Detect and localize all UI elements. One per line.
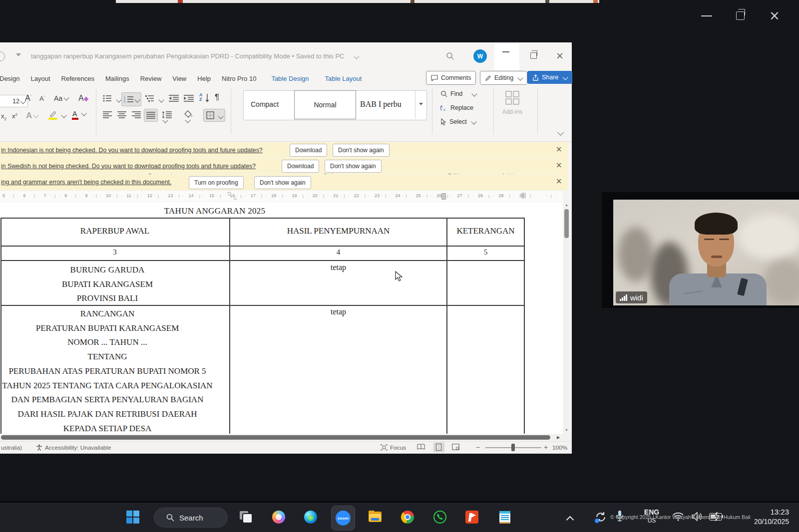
tab-review[interactable]: Review [135,75,167,82]
scroll-down-icon[interactable]: ▼ [565,428,568,432]
horizontal-scrollbar-thumb[interactable] [1,435,550,440]
replace-button[interactable]: bc Replace [440,104,473,111]
whatsapp-icon[interactable] [433,510,447,524]
addins-button[interactable]: Add-ins [498,90,526,115]
qat-dropdown-icon[interactable] [16,53,21,56]
download-button[interactable]: Download [290,144,327,157]
tab-view[interactable]: View [167,75,192,82]
clear-formatting-button[interactable]: A [78,94,88,103]
zoom-percentage[interactable]: 100% [552,444,567,451]
first-line-indent-marker[interactable]: ▽ [227,191,231,197]
close-icon[interactable]: × [556,161,562,170]
outer-minimize-button[interactable] [701,15,712,16]
multilevel-list-button[interactable] [145,94,154,102]
shrink-font-button[interactable]: Aˇ [39,95,45,102]
start-button[interactable] [126,510,140,524]
zoom-slider-thumb[interactable] [511,444,515,451]
vertical-scrollbar-thumb[interactable] [564,209,569,238]
nitro-icon[interactable] [465,510,479,524]
tab-mailings[interactable]: Mailings [100,75,135,82]
line-spacing-button[interactable] [162,111,172,127]
close-icon[interactable]: × [556,145,562,154]
tab-design[interactable]: Design [0,75,25,82]
table-column-marker[interactable] [522,193,526,199]
search-icon[interactable] [446,52,454,60]
editing-mode-button[interactable]: Editing [480,71,527,85]
notification-message[interactable]: ing and grammar errors aren't being chec… [1,179,184,186]
change-case-button[interactable]: Aa [54,94,68,102]
chrome-icon[interactable] [400,510,414,524]
text-effects-button[interactable]: A [26,111,38,121]
align-right-button[interactable] [132,111,141,118]
sort-button[interactable]: AZ [199,93,203,102]
download-button[interactable]: Download [282,160,319,173]
tab-table-layout[interactable]: Table Layout [320,75,368,82]
style-compact[interactable]: Compact [251,100,279,108]
comments-button[interactable]: Comments [426,71,476,85]
chevron-down-icon[interactable] [158,97,164,102]
zoom-in-button[interactable]: + [544,443,548,451]
superscript-button[interactable]: x2 [12,112,17,120]
file-explorer-icon[interactable] [368,510,382,524]
edge-icon[interactable] [304,510,318,524]
shading-button[interactable] [184,110,193,128]
scroll-right-icon[interactable]: ▶ [557,435,560,440]
tab-nitro-pro[interactable]: Nitro Pro 10 [216,75,262,82]
font-color-button[interactable]: A [72,110,86,118]
horizontal-scrollbar[interactable]: ▶ [0,434,572,441]
vertical-scrollbar[interactable]: ▲ ▼ [563,202,570,434]
notification-message[interactable]: in Swedish is not being checked. Do you … [1,163,275,170]
subscript-button[interactable]: x2 [1,112,6,121]
word-restore-button[interactable] [530,52,537,59]
dont-show-again-button[interactable]: Don't show again [254,176,311,189]
turn-on-proofing-button[interactable]: Turn on proofing [189,176,244,189]
word-minimize-button[interactable] [502,51,509,52]
bullets-button[interactable] [103,94,112,102]
tab-table-design[interactable]: Table Design [266,75,314,82]
read-mode-button[interactable] [417,444,425,451]
decrease-indent-button[interactable] [169,94,179,102]
zoom-app-button[interactable]: zoom [331,506,355,531]
outer-close-button[interactable]: × [768,9,781,22]
copilot-icon[interactable] [272,510,286,524]
chevron-down-icon[interactable] [116,97,121,102]
dont-show-again-button[interactable]: Don't show again [333,144,390,157]
task-view-button[interactable] [239,510,253,524]
document-page[interactable]: TAHUN ANGGARAN 2025 RAPERBUP AWAL HASIL … [0,202,563,434]
tab-layout[interactable]: Layout [25,75,55,82]
close-icon[interactable]: × [556,177,562,186]
increase-indent-button[interactable] [184,94,194,102]
align-center-button[interactable] [117,111,126,118]
style-bab[interactable]: BAB I perbu [360,100,420,109]
print-layout-button[interactable] [433,442,444,452]
borders-button[interactable] [203,109,225,122]
collapse-ribbon-chevron-icon[interactable] [557,129,564,136]
font-size-input[interactable]: 12 [0,95,28,107]
find-button[interactable]: Find [440,90,476,97]
language-status[interactable]: ustralia) [1,444,22,451]
zoom-out-button[interactable]: − [476,443,480,451]
focus-button[interactable]: Focus [390,444,406,451]
highlight-button[interactable] [48,110,57,117]
show-marks-button[interactable]: ¶ [215,92,219,102]
accessibility-status[interactable]: Accessibility: Unavailable [45,444,111,451]
dont-show-again-button[interactable]: Don't show again [325,160,382,173]
tab-references[interactable]: References [56,75,100,82]
title-dropdown-chevron-icon[interactable] [354,53,359,59]
share-button[interactable]: Share [527,71,572,84]
justify-button[interactable] [144,109,158,122]
right-margin-marker[interactable] [441,193,446,200]
scroll-up-icon[interactable]: ▲ [565,203,568,207]
notepad-icon[interactable] [498,510,512,524]
select-button[interactable]: Select [440,118,476,125]
tab-help[interactable]: Help [192,75,216,82]
tray-update-icon[interactable] [594,511,607,524]
account-avatar[interactable]: W [473,49,487,63]
word-close-button[interactable]: × [556,51,564,60]
web-layout-button[interactable] [452,444,460,451]
outer-restore-button[interactable] [736,11,745,20]
notification-message[interactable]: in Indonesian is not being checked. Do y… [1,147,284,154]
hanging-indent-marker[interactable]: ⌂ [234,195,237,201]
grow-font-button[interactable]: Aˆ [25,94,31,103]
numbering-button[interactable]: 123 [121,92,141,106]
